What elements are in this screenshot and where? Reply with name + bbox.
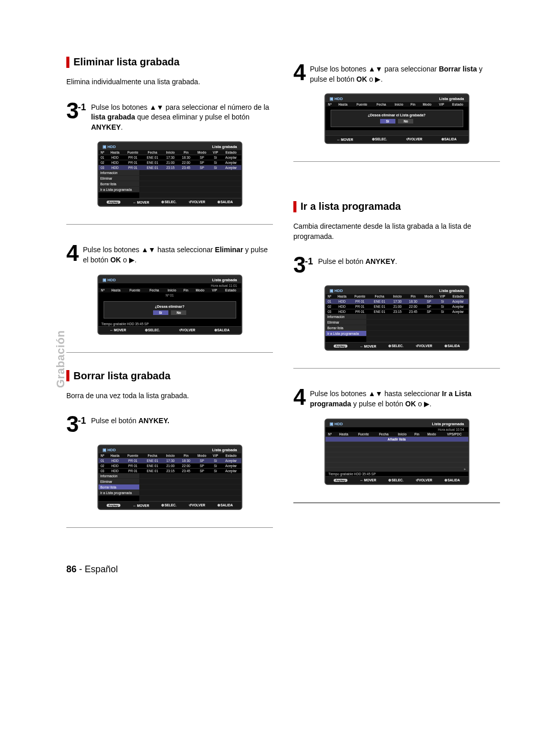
step-text: Pulse los botones ▲▼ hasta seleccionar I…	[310, 386, 500, 409]
osd-time: Hora actual 11:01	[98, 283, 241, 288]
heading-eliminar: Eliminar lista grabada	[66, 56, 273, 68]
step-text: Pulse los botones ▲▼ para seleccionar el…	[91, 100, 273, 133]
empty-grid	[325, 442, 468, 472]
page-number: 86 - Español	[66, 564, 118, 575]
menu-item: Ir a Lista programada	[98, 187, 139, 192]
menu-item: Ir a Lista programada	[98, 490, 139, 496]
anykey-badge: Anykey	[107, 201, 121, 204]
step-3-1: 3-1 Pulse los botones ▲▼ para selecciona…	[66, 100, 273, 133]
chapter-tab: Grabación	[54, 330, 67, 388]
dialog-no: No	[171, 310, 186, 315]
intro-text: Borra de una vez toda la lista grabada.	[66, 391, 273, 401]
osd-screenshot: ▣ HDDLista grabada NºHastaFuenteFechaIni…	[324, 93, 469, 144]
right-icon: ▶	[129, 255, 135, 265]
step-4: 4 Pulse los botones ▲▼ hasta seleccionar…	[66, 242, 273, 265]
osd-menu: Información Eliminar Borrar lista Ir a L…	[98, 170, 139, 198]
divider	[293, 368, 500, 369]
heading-ir-lista: Ir a lista programada	[293, 201, 500, 212]
hdd-label: ▣ HDD	[103, 144, 116, 149]
osd-table: NºHastaFuenteFechaInicioFinModoV/PEstado…	[98, 150, 241, 170]
up-down-icon: ▲▼	[141, 245, 156, 255]
step-3-1: 3-1 Pulse el botón ANYKEY.	[293, 254, 500, 276]
step-number: 3-1	[66, 100, 86, 133]
menu-item: Eliminar	[98, 176, 139, 181]
divider	[293, 161, 500, 162]
menu-item: Eliminar	[325, 320, 366, 325]
step-number: 4	[293, 61, 305, 84]
menu-item: Borrar lista	[325, 325, 366, 331]
intro-text: Cambia directamente desde la lista graba…	[293, 222, 500, 241]
osd-screenshot: ▣ HDDLista grabada NºHastaFuenteFechaIni…	[97, 141, 242, 207]
dialog-no: No	[398, 119, 413, 124]
heading-borrar: Borrar lista grabada	[66, 370, 273, 382]
rec-time-label: Tiempo grabable HDD 35:45 SP	[329, 472, 376, 476]
up-down-icon: ▲▼	[149, 103, 164, 113]
osd-screenshot: ▣ HDDLista grabada Hora actual 11:01 NºH…	[97, 275, 242, 335]
divider-end	[293, 502, 500, 503]
dialog: ¿Desea eliminar el Lista grabada? Sí No	[331, 110, 463, 127]
divider	[66, 352, 273, 353]
step-text: Pulse los botones ▲▼ hasta seleccionar E…	[83, 242, 273, 265]
divider	[66, 527, 273, 528]
step-number: 3-1	[66, 413, 86, 435]
dialog-question: ¿Desea eliminar?	[107, 305, 233, 308]
step-3-1: 3-1 Pulse el botón ANYKEY.	[66, 413, 273, 435]
osd-footer: Anykey ↔ MOVER ⊕SELEC. ↺VOLVER ⊗SALIDA	[98, 198, 241, 206]
divider	[66, 224, 273, 225]
right-icon: ▶	[424, 399, 430, 409]
step-number: 3-1	[293, 254, 313, 276]
up-down-icon: ▲▼	[368, 389, 383, 399]
menu-item-selected: Borrar lista	[98, 484, 139, 490]
step-text: Pulse los botones ▲▼ para seleccionar Bo…	[310, 61, 500, 84]
osd-screenshot: ▣ HDDLista programada Hora actual 10:54 …	[324, 419, 469, 485]
menu-item: Borrar lista	[98, 181, 139, 187]
step-4: 4 Pulse los botones ▲▼ hasta seleccionar…	[293, 386, 500, 409]
dialog-yes: Sí	[380, 119, 395, 124]
right-column: 4 Pulse los botones ▲▼ para seleccionar …	[293, 56, 500, 545]
step-4: 4 Pulse los botones ▲▼ para seleccionar …	[293, 61, 500, 84]
dialog-question: ¿Desea eliminar el Lista grabada?	[334, 113, 460, 117]
red-bar-icon	[293, 201, 296, 212]
up-down-icon: ▲▼	[368, 64, 383, 75]
menu-item: Información	[98, 170, 139, 176]
step-text: Pulse el botón ANYKEY.	[91, 413, 169, 435]
menu-item: Eliminar	[98, 479, 139, 484]
right-icon: ▶	[375, 75, 381, 85]
intro-text: Elimina individualmente una lista grabad…	[66, 77, 273, 87]
add-list-button: Añadir lista	[325, 436, 468, 442]
left-column: Eliminar lista grabada Elimina individua…	[66, 56, 273, 545]
osd-time: Hora actual 10:54	[325, 427, 468, 432]
step-number: 4	[293, 386, 305, 409]
osd-screenshot: ▣ HDDLista grabada NºHastaFuenteFechaIni…	[324, 285, 469, 351]
osd-title-scheduled: Lista programada	[432, 422, 464, 426]
red-bar-icon	[66, 57, 69, 68]
dialog: ¿Desea eliminar? Sí No	[104, 301, 236, 319]
menu-item: Información	[98, 473, 139, 479]
dialog-subtitle: Nº 01	[98, 292, 241, 298]
menu-item: Información	[325, 314, 366, 320]
osd-screenshot: ▣ HDDLista grabada NºHastaFuenteFechaIni…	[97, 445, 242, 510]
step-number: 4	[66, 242, 78, 265]
menu-item-selected: Ir a Lista programada	[325, 331, 366, 336]
dialog-yes: Sí	[153, 310, 168, 315]
osd-title: Lista grabada	[212, 144, 237, 149]
rec-time-label: Tiempo grabable HDD 35:45 SP	[102, 322, 149, 326]
step-text: Pulse el botón ANYKEY.	[318, 254, 397, 276]
